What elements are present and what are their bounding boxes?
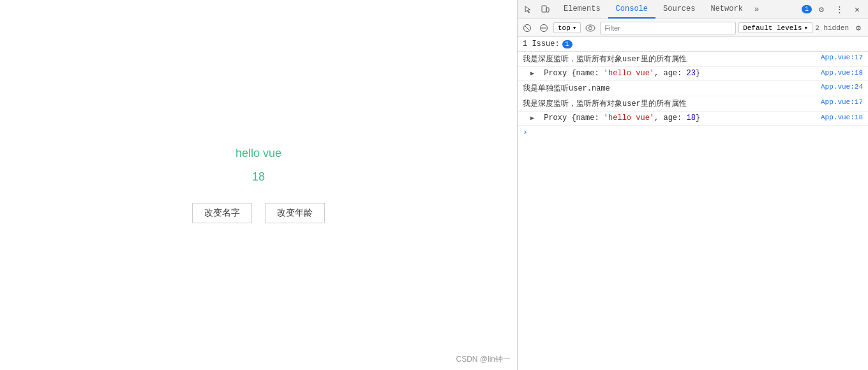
context-arrow: ▾ — [572, 24, 577, 32]
tab-console[interactable]: Console — [608, 0, 655, 18]
context-selector[interactable]: top ▾ — [553, 22, 581, 33]
console-line-link[interactable]: App.vue:24 — [821, 83, 863, 91]
devtools-topbar: Elements Console Sources Network » 1 ⚙ ⋮… — [518, 0, 868, 19]
console-input-line: › — [518, 126, 868, 139]
console-line-content: 我是深度监听，监听所有对象user里的所有属性 — [523, 54, 816, 64]
change-name-button[interactable]: 改变名字 — [192, 203, 252, 223]
proxy-num-val: 23 — [686, 69, 695, 78]
console-output: 我是深度监听，监听所有对象user里的所有属性 App.vue:17 ▶ Pro… — [518, 52, 868, 370]
console-line: ▶ Proxy {name: 'hello vue', age: 18} App… — [518, 112, 868, 126]
console-badge: 1 — [802, 5, 812, 13]
console-settings-icon[interactable]: ⚙ — [851, 21, 865, 35]
console-line-link[interactable]: App.vue:18 — [821, 114, 863, 121]
hidden-count: 2 hidden — [815, 24, 849, 32]
svg-rect-1 — [546, 8, 549, 12]
svg-point-7 — [589, 26, 592, 29]
watermark: CSDN @lin钟一 — [456, 354, 511, 365]
tab-network[interactable]: Network — [703, 0, 750, 18]
console-toolbar: top ▾ Default levels ▾ 2 hidden ⚙ — [518, 19, 868, 37]
eye-icon[interactable] — [583, 21, 597, 35]
console-line: 我是单独监听user.name App.vue:24 — [518, 81, 868, 96]
expand-triangle-icon[interactable]: ▶ — [530, 70, 537, 77]
console-filter-input[interactable] — [600, 22, 736, 34]
issues-bar: 1 Issue: 1 — [518, 37, 868, 52]
default-levels-arrow: ▾ — [804, 24, 809, 32]
svg-line-3 — [525, 26, 529, 30]
console-prompt-icon: › — [523, 128, 528, 137]
issues-badge: 1 — [562, 40, 572, 48]
svg-point-6 — [586, 25, 595, 31]
proxy-text: Proxy {name: — [544, 69, 604, 78]
console-line-link[interactable]: App.vue:17 — [821, 54, 863, 61]
devtools-panel: Elements Console Sources Network » 1 ⚙ ⋮… — [517, 0, 868, 370]
tab-sources[interactable]: Sources — [655, 0, 703, 18]
proxy-end: } — [696, 69, 700, 78]
proxy-mid: , age: — [654, 114, 686, 122]
issues-label: 1 Issue: — [523, 40, 560, 48]
console-line-content: 我是深度监听，监听所有对象user里的所有属性 — [523, 98, 816, 109]
inspect-element-icon[interactable] — [520, 1, 537, 18]
console-line: ▶ Proxy {name: 'hello vue', age: 23} App… — [518, 67, 868, 81]
default-levels-button[interactable]: Default levels ▾ — [738, 22, 812, 33]
default-levels-label: Default levels — [743, 24, 802, 32]
console-line: 我是深度监听，监听所有对象user里的所有属性 App.vue:17 — [518, 52, 868, 67]
clear-console-icon[interactable] — [520, 21, 534, 35]
proxy-str-val: 'hello vue' — [604, 114, 654, 122]
devtools-right-icons: 1 ⚙ ⋮ ✕ — [802, 1, 865, 18]
console-line-content: 我是单独监听user.name — [523, 83, 816, 94]
proxy-mid: , age: — [654, 69, 686, 78]
more-tabs-button[interactable]: » — [751, 0, 763, 18]
proxy-str-val: 'hello vue' — [604, 69, 654, 78]
context-value: top — [558, 24, 571, 32]
proxy-end: } — [696, 114, 700, 122]
app-name-display: hello vue — [236, 147, 281, 160]
console-line-content: ▶ Proxy {name: 'hello vue', age: 23} — [530, 69, 816, 78]
svg-rect-0 — [542, 6, 546, 12]
app-buttons: 改变名字 改变年龄 — [192, 203, 325, 223]
close-devtools-icon[interactable]: ✕ — [849, 1, 865, 18]
settings-icon[interactable]: ⚙ — [813, 1, 830, 18]
device-toolbar-icon[interactable] — [537, 1, 553, 18]
proxy-num-val: 18 — [686, 114, 695, 122]
tab-elements[interactable]: Elements — [556, 0, 608, 18]
app-panel: hello vue 18 改变名字 改变年龄 CSDN @lin钟一 — [0, 0, 517, 370]
change-age-button[interactable]: 改变年龄 — [265, 203, 325, 223]
devtools-tabs: Elements Console Sources Network » — [556, 0, 763, 18]
console-line-link[interactable]: App.vue:18 — [821, 69, 863, 77]
app-age-display: 18 — [252, 170, 265, 184]
expand-triangle-icon[interactable]: ▶ — [530, 114, 537, 122]
proxy-text: Proxy {name: — [544, 114, 604, 122]
console-line: 我是深度监听，监听所有对象user里的所有属性 App.vue:17 — [518, 96, 868, 112]
console-line-link[interactable]: App.vue:17 — [821, 98, 863, 106]
console-line-content: ▶ Proxy {name: 'hello vue', age: 18} — [530, 114, 816, 122]
more-options-icon[interactable]: ⋮ — [831, 1, 848, 18]
block-icon[interactable] — [537, 21, 551, 35]
